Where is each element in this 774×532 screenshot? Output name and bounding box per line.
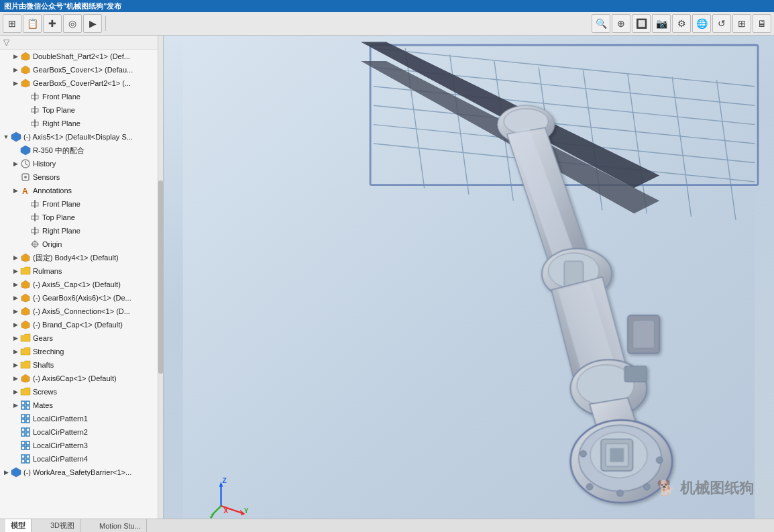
tree-item-history[interactable]: History [0, 157, 163, 170]
tree-item-workarea[interactable]: (-) WorkArea_SafetyBarrier<1>... [0, 466, 163, 479]
tree-item-localcirpattern4[interactable]: LocalCirPattern4 [0, 452, 163, 466]
toolbar-view-btn[interactable]: ◎ [63, 14, 82, 33]
toolbar-settings-btn[interactable]: ⚙ [672, 14, 691, 33]
tree-item-gears[interactable]: Gears [0, 331, 163, 345]
toolbar-grid2-btn[interactable]: ⊞ [732, 14, 751, 33]
viewport[interactable]: X Y Z 🐕 机械图纸狗 [164, 36, 774, 519]
tree-item-localcirpattern1[interactable]: LocalCirPattern1 [0, 412, 163, 425]
tree-item-axis5[interactable]: (-) Axis5<1> (Default<Display S... [0, 130, 163, 144]
tree-arrow-doubleshaft[interactable] [11, 52, 20, 61]
tree-arrow-topplane1[interactable] [20, 105, 30, 115]
tree-arrow-frontplane1[interactable] [20, 92, 30, 101]
toolbar-rotate-btn[interactable]: ↺ [712, 14, 731, 33]
status-tab-3d[interactable]: 3D视图 [45, 519, 80, 532]
scrollbar-thumb[interactable] [158, 180, 163, 374]
toolbar-monitor-btn[interactable]: 🖥 [753, 14, 771, 33]
tree-arrow-shafts[interactable] [11, 360, 20, 370]
tree-item-rightplane2[interactable]: Right Plane [0, 224, 163, 237]
tree-item-axis6cap[interactable]: (-) Axis6Cap<1> (Default) [0, 372, 163, 385]
svg-rect-27 [21, 428, 25, 431]
tree-item-brandcap[interactable]: (-) Brand_Cap<1> (Default) [0, 318, 163, 331]
tree-arrow-gearbox6axis6[interactable] [11, 293, 20, 303]
tree-item-origin[interactable]: Origin [0, 237, 163, 251]
tree-arrow-localcirpattern3[interactable] [11, 441, 20, 450]
tree-arrow-r350[interactable] [11, 146, 20, 155]
tree-label-topplane2: Top Plane [42, 213, 75, 221]
tree-item-doubleshaft[interactable]: DoubleShaft_Part2<1> (Def... [0, 50, 163, 63]
tree-item-axis5cap[interactable]: (-) Axis5_Cap<1> (Default) [0, 278, 163, 291]
toolbar-camera-btn[interactable]: 📷 [652, 14, 671, 33]
status-tab-model[interactable]: 模型 [5, 519, 32, 532]
tree-arrow-axis5cap[interactable] [11, 280, 20, 289]
tree-item-annotations[interactable]: AAnnotations [0, 184, 163, 197]
tree-arrow-gearbox5coverpart2[interactable] [11, 78, 20, 88]
robot-3d-view: X Y Z [164, 36, 774, 519]
tree-arrow-axis6cap[interactable] [11, 374, 20, 383]
tree-item-frontplane1[interactable]: Front Plane [0, 90, 163, 103]
tree-item-frontplane2[interactable]: Front Plane [0, 197, 163, 211]
tree-arrow-topplane2[interactable] [20, 213, 30, 222]
toolbar-frame-btn[interactable]: 🔲 [632, 14, 651, 33]
feature-tree[interactable]: DoubleShaft_Part2<1> (Def...GearBox5_Cov… [0, 50, 163, 519]
svg-rect-34 [26, 446, 30, 449]
toolbar-play-btn[interactable]: ▶ [83, 14, 102, 33]
tree-item-shafts[interactable]: Shafts [0, 358, 163, 372]
tree-item-gearbox6axis6[interactable]: (-) GearBox6(Axis6)<1> (De... [0, 291, 163, 305]
tree-item-mates[interactable]: Mates [0, 398, 163, 412]
svg-rect-28 [26, 428, 30, 431]
tree-arrow-axis5[interactable] [1, 132, 11, 142]
tree-arrow-gears[interactable] [11, 333, 20, 343]
tree-icon-folder [20, 360, 31, 370]
svg-rect-81 [632, 320, 654, 348]
tree-arrow-rulmans[interactable] [11, 266, 20, 276]
svg-rect-32 [26, 441, 30, 445]
tree-arrow-screws[interactable] [11, 387, 20, 396]
tree-item-gearbox5cover[interactable]: GearBox5_Cover<1> (Defau... [0, 63, 163, 76]
toolbar-search-btn[interactable]: 🔍 [592, 14, 610, 33]
toolbar-globe-btn[interactable]: 🌐 [692, 14, 711, 33]
tree-arrow-gearbox5cover[interactable] [11, 65, 20, 74]
tree-arrow-body4[interactable] [11, 253, 20, 262]
tree-arrow-axis5connection[interactable] [11, 307, 20, 316]
tree-item-screws[interactable]: Screws [0, 385, 163, 398]
tree-arrow-workarea[interactable] [1, 468, 11, 477]
svg-point-77 [617, 490, 623, 496]
status-tab-motion[interactable]: Motion Stu... [94, 519, 147, 532]
tree-arrow-streching[interactable] [11, 347, 20, 356]
tree-item-rulmans[interactable]: Rulmans [0, 264, 163, 278]
tree-arrow-rightplane2[interactable] [20, 226, 30, 235]
tree-arrow-rightplane1[interactable] [20, 119, 30, 128]
watermark-text: 机械图纸狗 [680, 478, 754, 498]
toolbar-clipboard-btn[interactable]: 📋 [23, 14, 42, 33]
tree-arrow-localcirpattern1[interactable] [11, 414, 20, 423]
toolbar-zoom-btn[interactable]: ⊕ [612, 14, 630, 33]
toolbar-add-btn[interactable]: ✚ [43, 14, 62, 33]
tree-item-axis5connection[interactable]: (-) Axis5_Connection<1> (D... [0, 305, 163, 318]
tree-arrow-localcirpattern2[interactable] [11, 427, 20, 437]
tree-arrow-mates[interactable] [11, 401, 20, 410]
toolbar-filter-btn[interactable]: ⊞ [3, 14, 21, 33]
tree-item-streching[interactable]: Streching [0, 345, 163, 358]
tree-icon-part [20, 319, 31, 330]
tree-label-localcirpattern1: LocalCirPattern1 [33, 415, 88, 423]
tree-scrollbar[interactable] [158, 36, 163, 519]
tree-arrow-brandcap[interactable] [11, 320, 20, 329]
tree-item-gearbox5coverpart2[interactable]: GearBox5_CoverPart2<1> (... [0, 76, 163, 90]
tree-item-r350[interactable]: R-350 中的配合 [0, 144, 163, 157]
svg-text:X: X [223, 507, 228, 515]
tree-item-localcirpattern2[interactable]: LocalCirPattern2 [0, 425, 163, 439]
tree-item-body4[interactable]: (固定) Body4<1> (Default) [0, 251, 163, 264]
tree-item-topplane2[interactable]: Top Plane [0, 211, 163, 224]
svg-rect-37 [21, 460, 25, 463]
tree-item-sensors[interactable]: Sensors [0, 170, 163, 184]
tree-arrow-origin[interactable] [20, 240, 30, 249]
tree-item-localcirpattern3[interactable]: LocalCirPattern3 [0, 439, 163, 452]
tree-arrow-history[interactable] [11, 159, 20, 168]
tree-arrow-annotations[interactable] [11, 186, 20, 195]
tree-arrow-frontplane2[interactable] [20, 199, 30, 209]
tree-item-topplane1[interactable]: Top Plane [0, 103, 163, 117]
tree-item-rightplane1[interactable]: Right Plane [0, 117, 163, 130]
tree-arrow-localcirpattern4[interactable] [11, 454, 20, 464]
tree-label-body4: (固定) Body4<1> (Default) [33, 253, 119, 263]
tree-arrow-sensors[interactable] [11, 172, 20, 182]
